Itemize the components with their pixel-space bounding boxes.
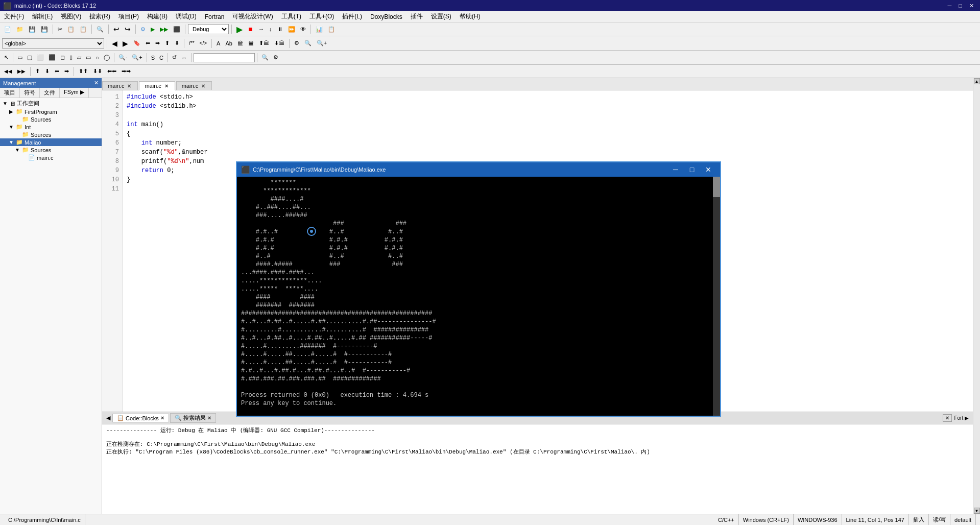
compiler-selector[interactable]: <global> [2, 38, 104, 49]
format-btn2[interactable]: Ab [223, 38, 234, 49]
menu-doxyblocks[interactable]: DoxyBlocks [366, 11, 407, 22]
scroll-down-button[interactable]: ▼ [974, 508, 980, 514]
logs-close-button[interactable]: ✕ [943, 414, 952, 422]
tb4-btn2[interactable]: ▶▶ [15, 66, 28, 77]
debug-watch-button[interactable]: 👁 [298, 23, 308, 35]
editor-tab-2[interactable]: main.c ✕ [139, 81, 175, 90]
editor-tab-3[interactable]: main.c ✕ [176, 81, 212, 90]
menu-tools2[interactable]: 工具+(O) [305, 11, 338, 22]
undo-button[interactable]: ↩ [111, 23, 122, 35]
redo-button[interactable]: ↪ [123, 23, 133, 35]
console-scrollbar[interactable] [713, 177, 720, 416]
jump-btn2[interactable]: ➡ [153, 38, 162, 49]
close-search-tab-button[interactable]: ✕ [207, 415, 211, 421]
tree-item-workspace[interactable]: ▼ 🖥 工作空间 [0, 99, 102, 108]
flip-btn[interactable]: ↔ [179, 52, 189, 63]
menu-plugin2[interactable]: 插件 [407, 11, 427, 22]
open-file-button[interactable]: 📁 [14, 23, 26, 35]
settings-btn[interactable]: ⚙ [292, 38, 301, 49]
cut-button[interactable]: ✂ [56, 23, 64, 35]
close-codeblocks-tab-button[interactable]: ✕ [160, 415, 164, 421]
rotate-btn[interactable]: ↺ [170, 52, 179, 63]
close-button[interactable]: ✕ [966, 1, 977, 10]
menu-help[interactable]: 帮助(H) [456, 11, 485, 22]
debug-stop-button[interactable]: ⏹ [246, 23, 255, 35]
doxy-btn2[interactable]: </> [198, 38, 209, 49]
copy-button[interactable]: 📋 [65, 23, 77, 35]
editor-tab-1[interactable]: main.c ✕ [102, 81, 138, 90]
console-maximize-button[interactable]: □ [684, 164, 700, 175]
close-tab-2-button[interactable]: ✕ [163, 83, 170, 89]
bookmark-btn[interactable]: 🔖 [131, 38, 142, 49]
search-exec-btn[interactable]: 🔍 [259, 52, 271, 63]
class-btn4[interactable]: ⬇🏛 [272, 38, 286, 49]
doxy-btn1[interactable]: /** [187, 38, 197, 49]
search-opts-btn[interactable]: ⚙ [271, 52, 280, 63]
tb4-btn3[interactable]: ⬆ [33, 66, 42, 77]
menu-edit[interactable]: 编辑(E) [28, 11, 57, 22]
shape-btn5[interactable]: ▱ [75, 52, 83, 63]
paste-button[interactable]: 📋 [78, 23, 89, 35]
console-close-button[interactable]: ✕ [701, 164, 716, 175]
scroll-up-button[interactable]: ▲ [974, 78, 980, 84]
tb4-btn5[interactable]: ⬅ [53, 66, 61, 77]
minimize-button[interactable]: ─ [945, 1, 955, 10]
menu-debug[interactable]: 调试(D) [172, 11, 201, 22]
tree-item-maliao[interactable]: ▼ 📁 Maliao [0, 138, 102, 146]
tree-item-firstprogram[interactable]: ▶ 📁 FirstProgram [0, 108, 102, 115]
tb4-btn9[interactable]: ⬅⬅ [105, 66, 118, 77]
menu-fortran[interactable]: Fortran [201, 11, 229, 22]
menu-project[interactable]: 项目(P) [114, 11, 143, 22]
save-all-button[interactable]: 💾 [39, 23, 50, 35]
tree-item-sources-2[interactable]: 📁 Sources [0, 131, 102, 138]
menu-search[interactable]: 搜索(R) [85, 11, 114, 22]
nav-forward-button[interactable]: ▶ [121, 38, 130, 49]
tb4-btn8[interactable]: ⬇⬇ [91, 66, 104, 77]
shape-btn4[interactable]: ▯ [67, 52, 75, 63]
tb4-btn10[interactable]: ➡➡ [119, 66, 133, 77]
tree-item-sources-3[interactable]: ▼ 📁 Sources [0, 146, 102, 154]
misc-btn2[interactable]: 📋 [326, 23, 337, 35]
debug-step-button[interactable]: ↓ [267, 23, 274, 35]
jump-btn3[interactable]: ⬆ [163, 38, 172, 49]
shape-btn1[interactable]: ⬜ [35, 52, 46, 63]
save-button[interactable]: 💾 [27, 23, 38, 35]
build-run-button[interactable]: ▶▶ [158, 23, 170, 35]
run-button[interactable]: ▶ [149, 23, 157, 35]
tree-item-mainc[interactable]: 📄 main.c [0, 154, 102, 161]
console-minimize-button[interactable]: ─ [668, 164, 683, 175]
logs-tab-codeblocks[interactable]: 📋 Code::Blocks ✕ [112, 414, 169, 422]
logs-nav-prev[interactable]: ◀ [104, 415, 112, 421]
tree-item-sources-1[interactable]: 📁 Sources [0, 115, 102, 123]
sidebar-tab-symbols[interactable]: 符号 [20, 88, 40, 98]
jump-btn4[interactable]: ⬇ [173, 38, 181, 49]
rect-btn[interactable]: ▭ [15, 52, 25, 63]
zoom-btn2[interactable]: 🔍+ [130, 52, 144, 63]
class-btn1[interactable]: 🏛 [235, 38, 245, 49]
logs-tab-search[interactable]: 🔍 搜索结果 ✕ [170, 413, 216, 423]
nav-back-button[interactable]: ◀ [110, 38, 119, 49]
debug-continue-button[interactable]: ⏩ [286, 23, 297, 35]
select-btn[interactable]: ↖ [2, 52, 11, 63]
build-button[interactable]: ⚙ [138, 23, 148, 35]
sidebar-tab-fsym[interactable]: FSym ▶ [60, 88, 89, 98]
menu-build[interactable]: 构建(B) [143, 11, 172, 22]
zoom-btn1[interactable]: 🔍- [116, 52, 130, 63]
sidebar-tab-projects[interactable]: 项目 [0, 88, 20, 98]
tb4-btn7[interactable]: ⬆⬆ [77, 66, 90, 77]
menu-settings[interactable]: 设置(S) [427, 11, 456, 22]
build-type-dropdown[interactable]: Debug Release [188, 24, 229, 34]
shape-btn7[interactable]: ○ [93, 52, 101, 63]
menu-visual[interactable]: 可视化设计(W) [228, 11, 277, 22]
debug-start-button[interactable]: ▶ [234, 23, 245, 35]
close-tab-3-button[interactable]: ✕ [200, 83, 206, 89]
shape-btn8[interactable]: ◯ [102, 52, 112, 63]
stop-button[interactable]: ⬛ [171, 23, 182, 35]
misc-btn1[interactable]: 📊 [314, 23, 325, 35]
tb4-btn6[interactable]: ➡ [62, 66, 71, 77]
new-file-button[interactable]: 📄 [2, 23, 13, 35]
shape-btn6[interactable]: ▭ [84, 52, 93, 63]
sidebar-tab-files[interactable]: 文件 [40, 88, 60, 98]
find-button[interactable]: 🔍 [94, 23, 106, 35]
menu-file[interactable]: 文件(F) [0, 11, 28, 22]
